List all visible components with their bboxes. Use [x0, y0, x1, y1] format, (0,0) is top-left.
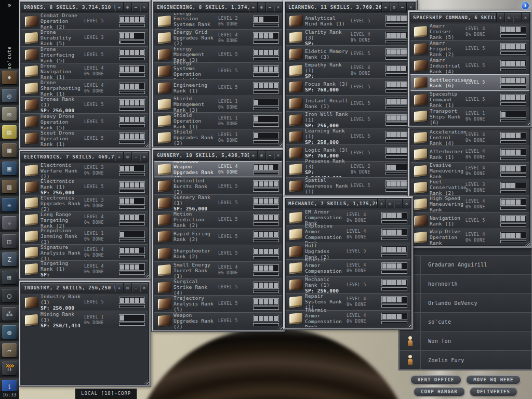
skill-row[interactable]: Industry Rank (1)SP: 256,000LEVEL 5 — [21, 294, 148, 311]
skill-row[interactable]: Amarr Cruiser Rank (5)LEVEL 40% DONE — [410, 23, 529, 40]
skill-row[interactable]: Energy Emission Systems Rank (2)LEVEL 20… — [154, 13, 282, 29]
close-icon[interactable]: × — [140, 152, 148, 161]
skill-row[interactable]: Small Energy Turret Rank (1)LEVEL 40% DO… — [154, 261, 282, 278]
skill-row[interactable]: EM Armor Compensation RankLEVEL 40% DONE — [286, 209, 410, 225]
skill-row[interactable]: Engineering Rank (1)LEVEL 5 — [154, 79, 282, 96]
people-and-places-icon[interactable]: ◎ — [2, 89, 17, 102]
close-icon[interactable]: × — [274, 3, 282, 11]
skill-row[interactable]: Drone Interfacing Rank (5)LEVEL 5 — [21, 46, 148, 63]
local-chat-tab[interactable]: LOCAL [18]-CORP — [75, 388, 137, 399]
log-icon[interactable]: ▱ — [2, 343, 17, 357]
skill-row[interactable]: Repair Systems Rank (1)LEVEL 40% DONE — [286, 293, 410, 310]
skill-row[interactable]: Drone Sharpshooting Rank (1)LEVEL 40% DO… — [21, 79, 148, 96]
skill-row[interactable]: Sharpshooter Rank (2)LEVEL 5 — [154, 245, 282, 261]
skill-row[interactable]: Amarr Frigate Rank (2)LEVEL 5 — [410, 40, 529, 57]
skill-row[interactable]: Shield Management Rank (3)LEVEL 10% DONE — [154, 96, 282, 112]
minimize-icon[interactable]: − — [398, 3, 406, 11]
skill-row[interactable]: Trajectory Analysis Rank (5)LEVEL 5 — [154, 295, 282, 312]
skill-row[interactable]: Shield Upgrades Rank (2)LEVEL 10% DONE — [154, 129, 282, 145]
window-titlebar[interactable]: LEARNING, 11 SKILLS, 3,769,263 POINT✳⊙−× — [285, 2, 415, 12]
skill-row[interactable]: Controlled Bursts Rank (2)LEVEL 5 — [154, 177, 282, 194]
skill-row[interactable]: Weapon Upgrades Rank (2)LEVEL 5 — [154, 312, 282, 329]
pin-icon[interactable]: ✳ — [115, 283, 123, 292]
pin-icon[interactable]: ✳ — [115, 152, 123, 161]
close-icon[interactable]: × — [274, 151, 282, 159]
skill-row[interactable]: Shield Operation Rank (1)LEVEL 10% DONE — [154, 112, 282, 129]
member-row[interactable]: Graduran Anguirill — [400, 255, 531, 274]
skill-row[interactable]: Targeting Rank (1)SP:LEVEL 40% DONE — [21, 260, 148, 277]
skill-row[interactable]: Empathy Rank (1)SP:LEVEL 40% DONE — [286, 62, 415, 78]
skill-row[interactable]: Combat Drone Operation Rank (2)LEVEL 5 — [21, 13, 148, 29]
deliveries-button[interactable]: DELIVERIES — [470, 387, 517, 396]
member-row[interactable]: Orlando DeVency — [400, 293, 531, 312]
skill-row[interactable]: Battlecruisers Rank (6)LEVEL 5 — [410, 74, 529, 91]
window-titlebar[interactable]: DRONES, 8 SKILLS, 3,714,510 POINTS✳⊙−× — [21, 2, 149, 12]
skill-row[interactable]: Evasive Maneuvering RankLEVEL 40% DONE — [410, 162, 529, 179]
skill-row[interactable]: Iron Will Rank (1)SP: 256,000LEVEL 5 — [286, 111, 415, 128]
help-icon[interactable]: ◯ — [2, 289, 17, 302]
close-icon[interactable]: × — [140, 3, 148, 11]
skill-row[interactable]: Fuel Conservation Rank (2)LEVEL 30% DONE — [410, 179, 529, 195]
skill-row[interactable]: Instant Recall Rank (1)LEVEL 5 — [286, 95, 415, 112]
skill-row[interactable]: Clarity Rank (3)SP:LEVEL 40% DONE — [286, 29, 415, 46]
pin-icon[interactable]: ✳ — [377, 199, 385, 208]
window-titlebar[interactable]: INDUSTRY, 2 SKILLS, 256,250 POINTS✳⊙−× — [21, 283, 149, 292]
skill-row[interactable]: Warp Drive Operation RankLEVEL 40% DONE — [410, 229, 529, 245]
pin-icon[interactable]: ✳ — [249, 151, 257, 159]
pin-icon[interactable]: ✳ — [496, 13, 504, 22]
skill-row[interactable]: Eidetic Memory Rank (3)LEVEL 5 — [286, 45, 415, 62]
channels-icon[interactable]: ⁂ — [2, 307, 17, 321]
market-icon[interactable]: ▦ — [2, 143, 17, 157]
skill-row[interactable]: Presence Rank (3)SP: 4,243/24,000LEVEL 2… — [286, 161, 415, 178]
skill-row[interactable]: Rapid Firing Rank (2)LEVEL 5 — [154, 228, 282, 245]
skill-row[interactable]: Focus Rank (3)SP: 768,000LEVEL 5 — [286, 78, 415, 95]
chevrons-right-icon[interactable]: »» — [0, 361, 19, 370]
character-sheet-icon[interactable]: ♦ — [2, 71, 17, 84]
skill-row[interactable]: Energy Grid Upgrades Rank (2)LEVEL 40% D… — [154, 29, 282, 46]
skill-row[interactable]: High Speed Maneuvering RankLEVEL 40% DON… — [410, 195, 529, 212]
skill-row[interactable]: Gunnery Rank (1)SP: 256,000LEVEL 5 — [154, 194, 282, 211]
skill-row[interactable]: Drone Navigation Rank (1)LEVEL 40% DONE — [21, 63, 148, 79]
assets-icon[interactable]: ◫ — [2, 234, 17, 248]
skill-row[interactable]: Long Range Targeting Rank (2)LEVEL 40% D… — [21, 211, 148, 228]
skill-row[interactable]: Kinetic Armor Compensation RankLEVEL 40%… — [286, 259, 410, 276]
minimize-icon[interactable]: − — [265, 3, 274, 11]
skill-row[interactable]: Electronics Upgrades Rank (2)LEVEL 30% D… — [21, 195, 148, 211]
skill-row[interactable]: Energy Systems Operation Rank (1)LEVEL 5 — [154, 62, 282, 79]
skill-row[interactable]: Heavy Drone Operation Rank (5)LEVEL 5 — [21, 113, 148, 130]
skill-row[interactable]: Propulsion Jamming Rank (3)LEVEL 10% DON… — [21, 228, 148, 244]
compact-icon[interactable]: ⊙ — [390, 3, 398, 11]
compact-icon[interactable]: ⊙ — [123, 3, 131, 11]
skill-row[interactable]: Mining Rank (1)SP: 250/1,414LEVEL 10% DO… — [21, 311, 148, 328]
minimize-icon[interactable]: − — [394, 199, 402, 208]
skill-row[interactable]: Drone Durability Rank (5)LEVEL 3 — [21, 29, 148, 46]
close-icon[interactable]: × — [140, 283, 148, 292]
fleet-icon[interactable]: ✧ — [2, 216, 17, 230]
rent-office-button[interactable]: RENT OFFICE — [410, 375, 462, 384]
browser-icon[interactable]: ◍ — [2, 325, 17, 339]
minimize-icon[interactable]: − — [513, 13, 521, 22]
skill-row[interactable]: Thermic Armor Compensation RankLEVEL 40%… — [286, 310, 410, 327]
compact-icon[interactable]: ⊙ — [504, 13, 513, 22]
skill-row[interactable]: Spatial Awareness Rank (1)LEVEL 5 — [286, 177, 415, 194]
window-titlebar[interactable]: ENGINEERING, 8 SKILLS, 1,374,839 POI✳⊙−× — [154, 2, 283, 12]
member-row[interactable]: Zoelin Fury — [400, 350, 531, 369]
mail-icon[interactable]: ✉ — [2, 107, 17, 121]
member-row[interactable]: hornnorth — [400, 274, 531, 294]
pin-icon[interactable]: ✳ — [115, 3, 123, 11]
skill-row[interactable]: Signature Analysis Rank (1)LEVEL 40% DON… — [21, 244, 148, 261]
pin-icon[interactable]: ✳ — [381, 3, 390, 11]
skill-row[interactable]: Explosive Armor Compensation RankLEVEL 4… — [286, 225, 410, 242]
skill-row[interactable]: Amarr Industrial Rank (4)LEVEL 5 — [410, 57, 529, 74]
window-titlebar[interactable]: MECHANIC, 7 SKILLS, 1,175,295 POINTS✳⊙−× — [285, 198, 411, 208]
member-row[interactable]: Won Ton — [400, 331, 531, 351]
window-titlebar[interactable]: ELECTRONICS, 7 SKILLS, 469,770 POINT✳⊙−× — [21, 152, 149, 162]
skill-row[interactable]: Electronics Rank (1)SP: 256,000LEVEL 5 — [21, 179, 148, 195]
notepad-icon[interactable]: ▤ — [2, 125, 17, 139]
skill-row[interactable]: Navigation Rank (1)LEVEL 5 — [410, 212, 529, 229]
skill-row[interactable]: Scout Drone Operation Rank (1)LEVEL 5 — [21, 130, 148, 147]
corporation-icon[interactable]: ✳ — [2, 198, 17, 211]
pin-icon[interactable]: ✳ — [249, 3, 257, 11]
skill-row[interactable]: Hull Upgrades Rank (2)LEVEL 5 — [286, 243, 410, 259]
window-titlebar[interactable]: GUNNERY, 10 SKILLS, 5,436,785 POINT✳⊙−× — [154, 150, 283, 160]
